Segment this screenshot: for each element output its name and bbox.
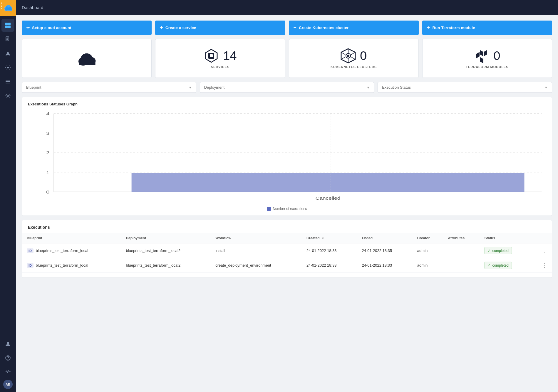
row1-blueprint: ID blueprints_test_terraform_local xyxy=(22,243,121,258)
page-title: Dashboard xyxy=(22,5,43,10)
sidebar-bottom: AB xyxy=(0,334,16,392)
sidebar-item-monitor[interactable] xyxy=(1,366,14,378)
setup-cloud-button[interactable]: ✏ Setup cloud account xyxy=(22,21,152,35)
svg-rect-13 xyxy=(6,38,8,38)
executions-table-body: ID blueprints_test_terraform_local bluep… xyxy=(22,243,552,273)
create-k8s-icon: + xyxy=(294,25,297,31)
content-area: ✏ Setup cloud account + Create a service… xyxy=(16,15,558,392)
svg-marker-43 xyxy=(480,57,483,63)
create-k8s-button[interactable]: + Create Kubernetes cluster xyxy=(289,21,419,35)
row1-menu[interactable]: ⋮ xyxy=(531,243,552,258)
kubernetes-icon xyxy=(341,48,356,63)
create-k8s-label: Create Kubernetes cluster xyxy=(299,26,348,30)
deployment-select[interactable]: Deployment xyxy=(204,85,367,90)
svg-text:0: 0 xyxy=(46,189,49,194)
sidebar-item-dashboard[interactable] xyxy=(1,19,14,32)
cloud-icon xyxy=(76,50,97,67)
row1-workflow: install xyxy=(211,243,302,258)
svg-rect-11 xyxy=(8,26,11,28)
row2-attributes xyxy=(443,258,480,273)
row2-deployment: blueprints_test_terraform_local2 xyxy=(121,258,211,273)
svg-point-16 xyxy=(7,67,9,68)
svg-point-39 xyxy=(347,55,349,57)
check-icon: ✓ xyxy=(487,248,491,253)
user-avatar[interactable]: AB xyxy=(3,380,13,389)
blueprint-select[interactable]: Blueprint xyxy=(26,85,189,90)
sidebar-item-files[interactable] xyxy=(1,33,14,46)
filters-row: Blueprint ▼ Deployment ▼ Execution Statu… xyxy=(22,82,552,93)
col-created: Created ▼ xyxy=(302,233,357,243)
svg-rect-17 xyxy=(6,80,10,80)
col-attributes: Attributes xyxy=(443,233,480,243)
svg-line-35 xyxy=(341,52,345,55)
sidebar-nav xyxy=(0,16,16,105)
topbar: Dashboard xyxy=(16,0,558,15)
app-logo[interactable]: TRIAL xyxy=(0,0,16,16)
row1-menu-icon[interactable]: ⋮ xyxy=(542,248,547,254)
create-service-button[interactable]: + Create a service xyxy=(155,21,285,35)
trial-badge: TRIAL xyxy=(0,0,3,10)
status-badge: ✓ completed xyxy=(484,247,512,254)
run-terraform-label: Run Terraform module xyxy=(433,26,475,30)
chart-legend: Number of executions xyxy=(28,207,546,211)
row2-creator: admin xyxy=(413,258,443,273)
row2-workflow: create_deployment_environment xyxy=(211,258,302,273)
col-blueprint: Blueprint xyxy=(22,233,121,243)
blueprint-filter[interactable]: Blueprint ▼ xyxy=(22,82,196,93)
deployment-filter[interactable]: Deployment ▼ xyxy=(200,82,374,93)
col-status: Status xyxy=(480,233,531,243)
run-terraform-icon: + xyxy=(427,25,430,31)
svg-line-36 xyxy=(351,57,355,59)
svg-text:4: 4 xyxy=(46,111,49,116)
run-terraform-button[interactable]: + Run Terraform module xyxy=(422,21,552,35)
kubernetes-stat-card: 0 KUBERNETES CLUSTERS xyxy=(289,39,419,78)
col-workflow: Workflow xyxy=(211,233,302,243)
terraform-label: TERRAFORM MODULES xyxy=(466,65,508,69)
row1-created: 24-01-2022 18:33 xyxy=(302,243,357,258)
terraform-icon xyxy=(474,48,489,63)
legend-color-box xyxy=(267,207,271,211)
executions-title: Executions xyxy=(22,225,552,233)
table-row: ID blueprints_test_terraform_local bluep… xyxy=(22,243,552,258)
sidebar-item-settings[interactable] xyxy=(1,89,14,102)
legend-item: Number of executions xyxy=(267,207,307,211)
kubernetes-count: 0 xyxy=(360,49,367,63)
executions-card: Executions Blueprint Deployment Workflow xyxy=(22,220,552,278)
svg-rect-10 xyxy=(5,26,8,28)
services-stat-card: 14 SERVICES xyxy=(155,39,285,78)
row2-status: ✓ completed xyxy=(480,258,531,273)
svg-text:1: 1 xyxy=(46,170,49,175)
execution-status-select[interactable]: Execution Status xyxy=(382,85,544,90)
sidebar-item-list[interactable] xyxy=(1,75,14,88)
svg-point-21 xyxy=(7,342,9,344)
check-icon: ✓ xyxy=(487,263,491,267)
setup-cloud-label: Setup cloud account xyxy=(32,26,71,30)
row1-id-badge: ID xyxy=(27,248,33,253)
chart-container: 0 1 2 3 4 Cancelled xyxy=(28,110,546,204)
col-creator: Creator xyxy=(413,233,443,243)
row2-id-badge: ID xyxy=(27,263,33,268)
chart-svg: 0 1 2 3 4 Cancelled xyxy=(28,110,546,204)
status-badge: ✓ completed xyxy=(484,262,512,269)
row2-created: 24-01-2022 18:33 xyxy=(302,258,357,273)
row2-menu[interactable]: ⋮ xyxy=(531,258,552,273)
sidebar-item-help[interactable] xyxy=(1,351,14,364)
svg-marker-40 xyxy=(480,50,483,56)
execution-status-arrow-icon: ▼ xyxy=(544,86,548,89)
execution-status-filter[interactable]: Execution Status ▼ xyxy=(378,82,552,93)
sidebar: TRIAL xyxy=(0,0,16,392)
sidebar-item-user[interactable] xyxy=(1,337,14,350)
table-row: ID blueprints_test_terraform_local bluep… xyxy=(22,258,552,273)
col-deployment: Deployment xyxy=(121,233,211,243)
create-service-label: Create a service xyxy=(165,26,196,30)
graph-title: Executions Statuses Graph xyxy=(28,102,546,106)
row2-menu-icon[interactable]: ⋮ xyxy=(542,262,547,269)
svg-rect-30 xyxy=(210,54,213,57)
svg-rect-18 xyxy=(6,81,10,82)
svg-rect-15 xyxy=(6,39,8,40)
svg-line-37 xyxy=(341,57,345,59)
services-label: SERVICES xyxy=(211,65,229,69)
sidebar-item-deploy[interactable] xyxy=(1,47,14,60)
action-buttons: ✏ Setup cloud account + Create a service… xyxy=(22,21,552,35)
sidebar-item-services[interactable] xyxy=(1,61,14,74)
